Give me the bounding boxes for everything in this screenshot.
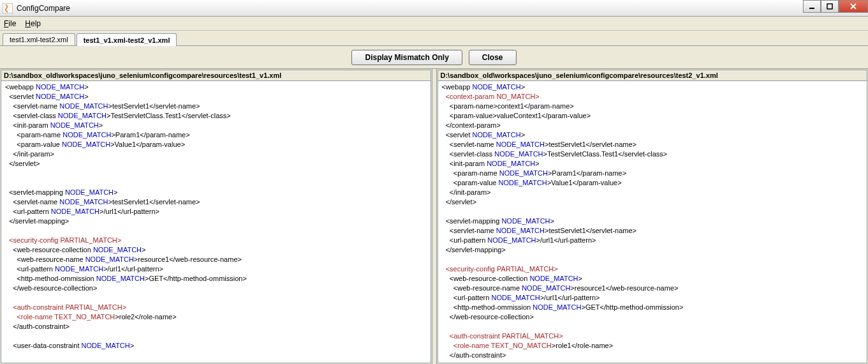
tabbar: test1.xml-test2.xml test1_v1.xml-test2_v…	[0, 31, 868, 46]
code-line: </auth-constraint>	[5, 322, 427, 331]
code-line: <servlet NODE_MATCH>	[5, 92, 427, 102]
code-line: <param-name NODE_MATCH>Param1</param-nam…	[5, 130, 427, 140]
code-line: <webapp NODE_MATCH>	[5, 82, 427, 92]
code-line: <servlet-mapping NODE_MATCH>	[5, 188, 427, 197]
code-line: <init-param NODE_MATCH>	[442, 159, 864, 169]
code-line: <param-value NODE_MATCH>Value1</param-va…	[5, 140, 427, 149]
left-content[interactable]: <webapp NODE_MATCH> <servlet NODE_MATCH>…	[1, 81, 430, 363]
code-line	[5, 293, 427, 303]
code-line	[5, 169, 427, 178]
right-path: D:\sandbox_old\workspaces\juno_selenium\…	[438, 70, 867, 81]
close-button[interactable]: Close	[469, 50, 517, 65]
code-line	[5, 331, 427, 341]
code-line: </servlet>	[442, 197, 864, 207]
menu-file[interactable]: File	[4, 19, 16, 28]
left-pane: D:\sandbox_old\workspaces\juno_selenium\…	[1, 70, 431, 363]
right-pane: D:\sandbox_old\workspaces\juno_selenium\…	[438, 70, 868, 363]
code-line: <url-pattern NODE_MATCH>/url1</url-patte…	[5, 207, 427, 216]
code-line: </auth-constraint>	[442, 351, 864, 360]
code-line: <servlet-class NODE_MATCH>TestServletCla…	[5, 111, 427, 121]
svg-rect-2	[827, 4, 832, 9]
code-line: </context-param>	[442, 121, 864, 130]
code-line: <webapp NODE_MATCH>	[442, 82, 864, 92]
code-line: <web-resource-collection NODE_MATCH>	[5, 245, 427, 255]
code-line: <context-param NO_MATCH>	[442, 92, 864, 102]
code-line: <param-name NODE_MATCH>Param1</param-nam…	[442, 169, 864, 178]
maximize-button[interactable]	[821, 0, 839, 13]
minimize-button[interactable]	[803, 0, 821, 13]
code-line: <http-method-ommission NODE_MATCH>GET</h…	[442, 303, 864, 312]
code-line: <servlet-name NODE_MATCH>testServlet1</s…	[442, 226, 864, 236]
code-line	[442, 255, 864, 264]
code-line: <param-value NODE_MATCH>Value1</param-va…	[442, 178, 864, 188]
code-line: </init-param>	[5, 149, 427, 159]
code-line: <role-name TEXT_NO_MATCH>role2</role-nam…	[5, 312, 427, 322]
display-mismatch-button[interactable]: Display Mismatch Only	[351, 50, 462, 65]
window-controls	[803, 0, 868, 13]
code-line	[442, 322, 864, 331]
code-line: <web-resource-collection NODE_MATCH>	[442, 274, 864, 284]
code-line: <init-param NODE_MATCH>	[5, 121, 427, 130]
code-line: <url-pattern NODE_MATCH>/url1</url-patte…	[442, 293, 864, 303]
menubar: File Help	[0, 17, 868, 31]
code-line: <http-method-ommission NODE_MATCH>GET</h…	[5, 274, 427, 284]
code-line: <auth-constraint PARTIAL_MATCH>	[5, 303, 427, 312]
tab-test1-test2[interactable]: test1.xml-test2.xml	[3, 33, 75, 45]
toolbar: Display Mismatch Only Close	[0, 46, 868, 69]
tab-test1v1-test2v1[interactable]: test1_v1.xml-test2_v1.xml	[77, 33, 177, 46]
code-line: <servlet-mapping NODE_MATCH>	[442, 216, 864, 226]
code-line: <auth-constraint PARTIAL_MATCH>	[442, 331, 864, 341]
right-content[interactable]: <webapp NODE_MATCH> <context-param NO_MA…	[438, 81, 867, 363]
code-line: <security-config PARTIAL_MATCH>	[5, 236, 427, 245]
code-line: <servlet-class NODE_MATCH>TestServletCla…	[442, 149, 864, 159]
code-line: <url-pattern NODE_MATCH>/url1</url-patte…	[5, 264, 427, 274]
code-line: <servlet-name NODE_MATCH>testServlet1</s…	[5, 197, 427, 207]
code-line: <web-resource-name NODE_MATCH>resource1<…	[5, 255, 427, 264]
close-window-button[interactable]	[839, 0, 868, 13]
window-title: ConfigCompare	[17, 4, 865, 13]
code-line: <security-config PARTIAL_MATCH>	[442, 264, 864, 274]
code-line: <role-name TEXT_NO_MATCH>role1</role-nam…	[442, 341, 864, 351]
code-line: <user-data-constraint NODE_MATCH>	[5, 341, 427, 351]
compare-area: D:\sandbox_old\workspaces\juno_selenium\…	[0, 69, 868, 364]
java-icon	[3, 3, 13, 13]
left-path: D:\sandbox_old\workspaces\juno_selenium\…	[1, 70, 430, 81]
code-line	[5, 226, 427, 236]
code-line: </servlet>	[5, 159, 427, 169]
code-line: </web-resource-collection>	[5, 284, 427, 293]
code-line: <web-resource-name NODE_MATCH>resource1<…	[442, 284, 864, 293]
splitter[interactable]	[432, 69, 437, 364]
code-line: </init-param>	[442, 188, 864, 197]
code-line: </web-resource-collection>	[442, 312, 864, 322]
code-line: <servlet-name NODE_MATCH>testServlet1</s…	[442, 140, 864, 149]
code-line: <param-value>valueContext1</param-value>	[442, 111, 864, 121]
code-line	[442, 207, 864, 216]
code-line: <param-name>context1</param-name>	[442, 102, 864, 111]
titlebar[interactable]: ConfigCompare	[0, 0, 868, 17]
code-line: <servlet-name NODE_MATCH>testServlet1</s…	[5, 102, 427, 111]
code-line: </servlet-mapping>	[5, 216, 427, 226]
code-line: </servlet-mapping>	[442, 245, 864, 255]
code-line	[5, 178, 427, 188]
code-line: <url-pattern NODE_MATCH>/url1</url-patte…	[442, 236, 864, 245]
menu-help[interactable]: Help	[25, 19, 41, 28]
code-line: <servlet NODE_MATCH>	[442, 130, 864, 140]
